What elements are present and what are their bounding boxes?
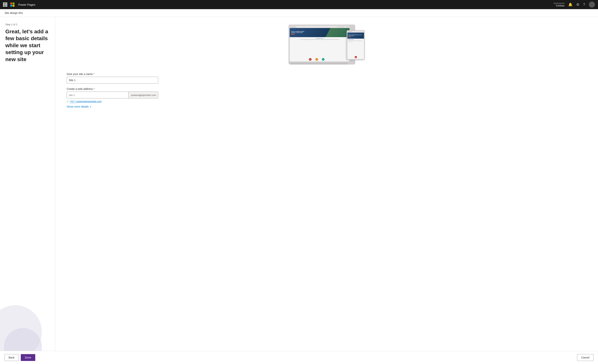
phone-hero-button — [348, 37, 351, 37]
laptop-mockup: Company name Home Pages Contact us ··· S… — [289, 24, 355, 65]
mockup-dot-3: 3 — [322, 58, 324, 61]
page-title: Site design 001 — [5, 11, 23, 15]
mockup-dot-2: 2 — [316, 58, 318, 61]
environment-label: Environment — [554, 2, 565, 4]
site-name-label: Give your site a name * — [67, 73, 158, 76]
phone-intro-text: Create a short paragraph that shows your… — [348, 40, 363, 42]
step-label: Step 2 of 2 — [5, 23, 50, 26]
app-name: Power Pages — [18, 3, 35, 6]
content-area: Company name Home Pages Contact us ··· S… — [55, 17, 598, 351]
sidebar-heading: Great, let's add a few basic details whi… — [5, 28, 50, 63]
mockup-intro-text: Create a short paragraph that shows your… — [291, 39, 348, 40]
footer: Back Done Cancel — [0, 351, 598, 364]
mockup-brand: Company name — [291, 26, 296, 27]
mockup-dots: 1 2 3 — [290, 58, 344, 61]
web-address-row: .powerappsportals.com — [67, 92, 158, 98]
avatar[interactable] — [589, 1, 595, 8]
phone-hero: Create an engaging headline, welcome, or… — [347, 32, 364, 39]
settings-icon[interactable]: ⚙ — [576, 2, 579, 7]
mockup-intro-title: Introduction section — [291, 38, 348, 39]
site-name-required: * — [93, 73, 94, 76]
laptop-base — [291, 63, 348, 65]
mockup-hero: Create an engaging headline,welcome, or … — [290, 28, 349, 37]
mockup-nav: Company name Home Pages Contact us ··· S… — [290, 26, 349, 28]
mockup-intro: Introduction section Create a short para… — [290, 37, 349, 41]
notification-icon[interactable]: 🔔 — [568, 2, 573, 7]
web-address-label: Create a web address * — [67, 87, 158, 90]
mockup-nav-items: Home Pages Contact us ··· Store now — [338, 26, 349, 27]
show-more-label: Show more details — [67, 105, 89, 108]
mockup-hero-button — [291, 34, 295, 34]
topbar: Power Pages Environment Contoso 🔔 ⚙ ? — [0, 0, 598, 9]
phone-hero-content: Create an engaging headline, welcome, or… — [348, 34, 363, 37]
mockup-hero-title: Create an engaging headline,welcome, or … — [291, 31, 304, 33]
chevron-down-icon: ∨ — [90, 105, 91, 108]
svg-rect-1 — [13, 2, 15, 4]
phone-mockup: Company name Create an engaging headline… — [347, 30, 365, 60]
web-address-suffix: .powerappsportals.com — [128, 92, 158, 98]
back-button[interactable]: Back — [5, 354, 18, 361]
mockup-hero-image — [325, 28, 349, 37]
site-name-input[interactable] — [67, 77, 158, 84]
mockup-hero-content: Create an engaging headline,welcome, or … — [291, 31, 304, 34]
preview-container: Company name Home Pages Contact us ··· S… — [67, 24, 587, 66]
svg-rect-2 — [10, 5, 12, 7]
phone-intro: Introduction section Create a short para… — [347, 39, 364, 43]
mockup-wrap: Company name Home Pages Contact us ··· S… — [289, 24, 365, 66]
main-layout: Step 2 of 2 Great, let's add a few basic… — [0, 17, 598, 351]
help-icon[interactable]: ? — [583, 3, 585, 7]
url-suffix: .powerappsportals.com — [76, 100, 102, 103]
url-check-link[interactable]: site-1.powerappsportals.com — [70, 100, 102, 103]
phone-nav: Company name — [347, 31, 364, 32]
phone-hero-title: Create an engaging headline, welcome, or… — [348, 34, 363, 36]
waffle-icon[interactable] — [3, 2, 7, 7]
phone-screen: Company name Create an engaging headline… — [347, 31, 364, 59]
laptop-screen-inner: Company name Home Pages Contact us ··· S… — [290, 26, 349, 62]
mockup-dot-1: 1 — [309, 58, 312, 61]
svg-rect-3 — [13, 5, 15, 7]
environment-block: Environment Contoso — [554, 2, 565, 7]
sidebar: Step 2 of 2 Great, let's add a few basic… — [0, 17, 55, 351]
subheader: Site design 001 — [0, 9, 598, 17]
phone-dot: 1 — [355, 56, 357, 58]
web-address-input[interactable] — [67, 92, 128, 98]
microsoft-logo — [10, 2, 15, 7]
cancel-button[interactable]: Cancel — [577, 354, 593, 361]
footer-right: Cancel — [577, 354, 593, 361]
environment-name: Contoso — [556, 4, 565, 7]
topbar-right: Environment Contoso 🔔 ⚙ ? — [554, 1, 595, 8]
web-address-required: * — [94, 87, 94, 90]
check-icon: ✓ — [67, 100, 69, 103]
laptop-screen: Company name Home Pages Contact us ··· S… — [290, 26, 349, 62]
url-prefix-blurred: site-1 — [70, 100, 76, 103]
done-button[interactable]: Done — [21, 354, 35, 361]
svg-rect-0 — [10, 2, 12, 4]
form-section: Give your site a name * Create a web add… — [67, 73, 158, 108]
url-check-row: ✓ site-1.powerappsportals.com — [67, 100, 158, 103]
show-more-button[interactable]: Show more details ∨ — [67, 105, 91, 108]
phone-intro-title: Introduction section — [348, 39, 363, 40]
